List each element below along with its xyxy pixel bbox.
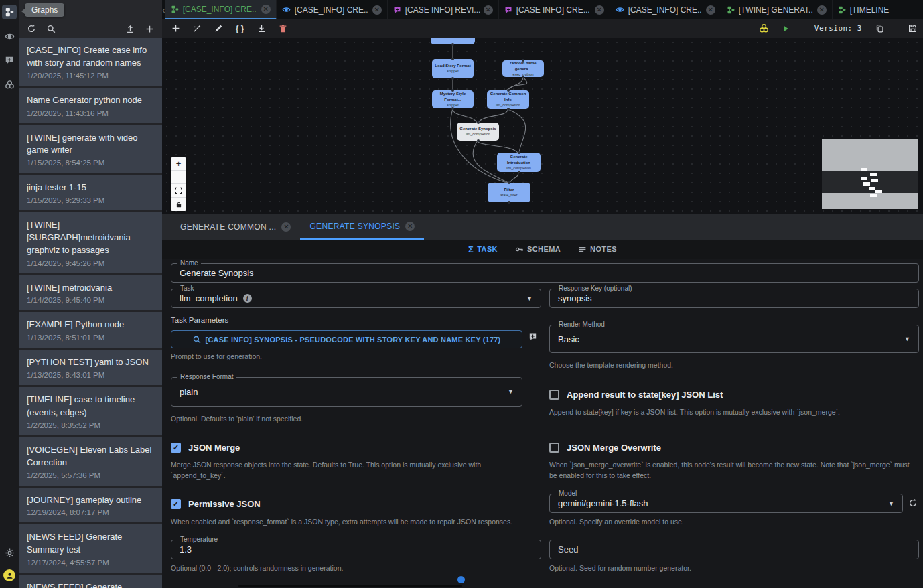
- auto-layout-wand-icon[interactable]: [186, 24, 208, 33]
- list-item[interactable]: [PYTHON TEST] yaml to JSON1/13/2025, 8:4…: [19, 350, 162, 385]
- render-method-select[interactable]: Render Method Basic ▼: [549, 325, 919, 353]
- close-tab-icon[interactable]: ✕: [372, 5, 382, 15]
- json-braces-icon[interactable]: { }: [229, 24, 251, 33]
- settings-gear-icon[interactable]: [2, 545, 17, 560]
- tab-notes[interactable]: NOTES: [578, 245, 617, 254]
- tab-schema[interactable]: SCHEMA: [515, 245, 561, 254]
- seed-field[interactable]: Seed: [549, 540, 919, 559]
- refresh-icon[interactable]: [27, 24, 36, 33]
- list-item[interactable]: [JOURNEY] gameplay outline12/19/2024, 8:…: [19, 488, 162, 523]
- tab-twine-generate[interactable]: [TWINE] GENERAT... ✕: [721, 0, 833, 19]
- close-tab-icon[interactable]: ✕: [817, 5, 827, 15]
- close-tab-icon[interactable]: ✕: [484, 5, 493, 15]
- close-node-tab-icon[interactable]: ✕: [281, 222, 291, 232]
- task-select[interactable]: Task llm_completion i ▼: [171, 289, 541, 308]
- run-knot-icon[interactable]: [754, 23, 775, 33]
- list-item[interactable]: Name Generator python node1/20/2025, 11:…: [19, 88, 162, 123]
- graph-node-selected[interactable]: Generate Synopsis llm_completion: [457, 123, 499, 141]
- list-item[interactable]: [VOICEGEN] Eleven Labs Label Correction1…: [19, 437, 162, 486]
- play-icon[interactable]: [775, 25, 796, 33]
- zoom-out-icon[interactable]: −: [171, 171, 186, 184]
- minimap[interactable]: [822, 139, 918, 209]
- list-item[interactable]: [TWINE] generate with video game writer1…: [19, 125, 162, 173]
- tab-task[interactable]: Σ TASK: [468, 244, 498, 254]
- search-icon[interactable]: [47, 25, 56, 33]
- close-tab-icon[interactable]: ✕: [595, 5, 604, 15]
- json-merge-overwrite-checkbox[interactable]: ✓: [549, 443, 559, 453]
- node-tab-generate-common[interactable]: GENERATE COMMON ... ✕: [171, 214, 300, 240]
- list-item[interactable]: jinja tester 1-151/15/2025, 9:29:33 PM: [19, 175, 162, 210]
- permissive-json-row: ✓ Permissive JSON: [171, 499, 261, 509]
- add-node-icon[interactable]: [165, 24, 186, 33]
- item-title: [JOURNEY] gameplay outline: [27, 494, 154, 507]
- response-key-field[interactable]: Response Key (optional) synopsis: [549, 289, 919, 308]
- model-refresh-icon[interactable]: [908, 498, 918, 508]
- account-avatar-icon[interactable]: [3, 569, 15, 581]
- tab-case-info-graph[interactable]: [CASE_INFO] CRE... ✕: [165, 0, 277, 19]
- horizontal-scrollbar[interactable]: [238, 585, 462, 587]
- close-tab-icon[interactable]: ✕: [706, 5, 715, 15]
- render-method-value: Basic: [558, 334, 579, 344]
- node-task: state_mkey: [443, 38, 462, 38]
- download-icon[interactable]: [251, 24, 272, 33]
- delete-trash-icon[interactable]: [272, 24, 293, 33]
- graph-node[interactable]: Generate Introduction llm_completion: [497, 153, 541, 172]
- model-select[interactable]: Model gemini/gemini-1.5-flash ▼: [549, 494, 903, 513]
- copy-icon[interactable]: [869, 24, 890, 33]
- model-label: Model: [556, 490, 579, 497]
- close-node-tab-icon[interactable]: ✕: [405, 222, 415, 231]
- response-format-select[interactable]: Response Format plain ▼: [171, 377, 522, 407]
- tab-case-info-viewer-2[interactable]: [CASE_INFO] CRE... ✕: [610, 0, 721, 19]
- viewer-eye-icon[interactable]: [2, 29, 17, 44]
- name-field-value: Generate Synopsis: [180, 268, 254, 278]
- graphs-nav-icon[interactable]: [2, 5, 17, 19]
- permissive-json-checkbox[interactable]: ✓: [171, 499, 181, 509]
- graph-canvas[interactable]: state_mkey Load Story Format snippet ran…: [162, 38, 923, 214]
- zoom-in-icon[interactable]: +: [171, 157, 186, 171]
- response-format-value: plain: [180, 387, 198, 397]
- tab-case-info-review[interactable]: [CASE INFO] REVI... ✕: [388, 0, 499, 19]
- list-item[interactable]: [CASE_INFO] Create case info with story …: [19, 38, 162, 86]
- list-item[interactable]: [TIMELINE] case to timeline (events, edg…: [19, 387, 162, 435]
- save-icon[interactable]: [902, 24, 923, 33]
- item-date: 1/14/2025, 9:45:40 PM: [27, 296, 154, 304]
- prompt-select-button[interactable]: [CASE INFO] SYNOPSIS - PSEUDOCODE WITH S…: [171, 330, 522, 348]
- list-item[interactable]: [TWINE][SUBGRAPH]metroidvania graphviz t…: [19, 212, 162, 273]
- edit-pencil-icon[interactable]: [208, 24, 229, 33]
- name-field[interactable]: Name Generate Synopsis: [171, 263, 919, 283]
- tab-timeline[interactable]: [TIMELINE: [833, 0, 923, 19]
- prompt-bookmark-icon[interactable]: [528, 332, 538, 342]
- lock-icon[interactable]: [171, 198, 186, 211]
- json-merge-overwrite-row: ✓ JSON Merge Overwrite: [549, 443, 661, 453]
- prompts-comment-plus-icon[interactable]: [2, 53, 17, 68]
- graph-node[interactable]: Filter state_filter: [488, 183, 530, 202]
- graph-node[interactable]: state_mkey: [431, 38, 475, 44]
- append-to-key-helper: Append to state[key] if key is a JSON li…: [549, 407, 914, 418]
- panel-resize-handle[interactable]: [457, 576, 465, 583]
- render-method-helper: Choose the template rendering method.: [549, 360, 673, 371]
- graph-node[interactable]: random name genera... exec_python: [502, 60, 544, 77]
- list-item[interactable]: [TWINE] metroidvania1/14/2025, 9:45:40 P…: [19, 275, 162, 311]
- graph-node[interactable]: Load Story Format snippet: [432, 59, 474, 78]
- tab-case-info-create[interactable]: [CASE INFO] CRE... ✕: [499, 0, 610, 19]
- json-merge-checkbox[interactable]: ✓: [171, 443, 181, 453]
- tab-case-info-viewer[interactable]: [CASE_INFO] CRE... ✕: [277, 0, 388, 19]
- node-tab-generate-synopsis[interactable]: GENERATE SYNOPSIS ✕: [300, 214, 424, 240]
- task-info-icon[interactable]: i: [243, 294, 252, 303]
- list-item[interactable]: [EXAMPLE] Python node1/13/2025, 8:51:01 …: [19, 312, 162, 348]
- version-label: Version: 3: [808, 24, 869, 33]
- add-graph-icon[interactable]: [145, 25, 154, 33]
- append-to-key-row: ✓ Append result to state[key] JSON List: [549, 390, 723, 400]
- graph-node[interactable]: Generate Common Info llm_completion: [487, 90, 529, 109]
- close-tab-icon[interactable]: ✕: [261, 5, 271, 14]
- fit-view-icon[interactable]: [171, 184, 186, 198]
- task-form: Name Generate Synopsis Task llm_completi…: [162, 259, 923, 588]
- list-item[interactable]: [NEWS FEED] Generate Summary12/17/2024, …: [19, 575, 162, 588]
- graph-node[interactable]: Mystery Style Format... snippet: [432, 90, 474, 108]
- item-title: [EXAMPLE] Python node: [27, 319, 154, 332]
- list-item[interactable]: [NEWS FEED] Generate Summary test12/17/2…: [19, 524, 162, 573]
- workflows-knot-icon[interactable]: [2, 77, 17, 92]
- upload-icon[interactable]: [126, 25, 135, 33]
- temperature-field[interactable]: Temperature 1.3: [171, 540, 541, 559]
- append-to-key-checkbox[interactable]: ✓: [549, 390, 559, 400]
